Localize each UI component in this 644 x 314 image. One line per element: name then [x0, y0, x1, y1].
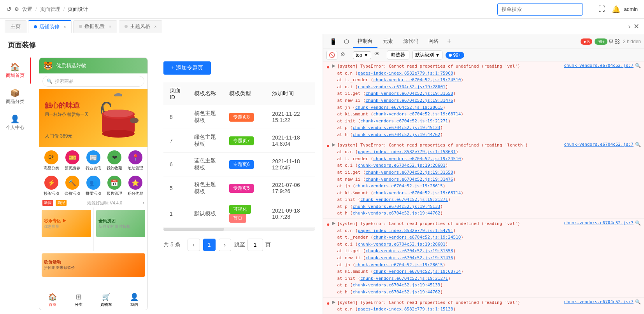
tab-theme[interactable]: 主题风格 × [119, 20, 162, 33]
devtools-circle-btn[interactable]: ⊘ [340, 51, 350, 59]
tab-store-close[interactable]: × [63, 24, 66, 29]
grid-item-group[interactable]: 全民拼团 新鲜食材 限时折扣 [94, 208, 148, 251]
tab-theme-close[interactable]: × [154, 24, 156, 29]
jump-input[interactable] [247, 239, 263, 251]
devtools-tab-sources[interactable]: 源代码 [398, 35, 423, 48]
devtools-inspect-icon[interactable]: ⬡ [341, 37, 352, 47]
console-file-link[interactable]: chunk-vendors.e6704c52.js:7 [564, 63, 633, 68]
tab-store[interactable]: 店铺装修 × [28, 20, 72, 33]
phone-search-bar[interactable]: 🔍 搜索商品 [42, 76, 144, 87]
console-stack-link[interactable]: chunk-vendors.e6704c52.js:19:28615 [355, 183, 443, 188]
add-topic-page-button[interactable]: + 添加专题页 [163, 61, 211, 75]
fullscreen-icon[interactable]: ⛶ [598, 5, 605, 13]
console-stack-link[interactable]: chunk-vendors.e6704c52.js:19:24510 [373, 77, 461, 82]
devtools-tab-console[interactable]: 控制台 [353, 35, 377, 48]
news-arrow[interactable]: › [143, 201, 144, 205]
tabs-more-btn[interactable]: › [628, 23, 630, 30]
devtools-eye-btn[interactable]: 👁 [374, 51, 384, 59]
console-stack-link[interactable]: chunk-vendors.e6704c52.js:19:31476 [365, 255, 453, 260]
act-flash[interactable]: ⚡ 秒杀活动 [44, 176, 59, 196]
icon-coupon[interactable]: 🎫 领优惠券 [65, 150, 80, 171]
page-prev-btn[interactable]: ‹ [188, 239, 200, 251]
icon-fav[interactable]: ❤ 我的收藏 [107, 150, 122, 171]
devtools-filter-btn[interactable]: 筛选器 [387, 51, 409, 59]
console-stack-link[interactable]: chunk-vendors.e6704c52.js:19:31558 [365, 248, 453, 253]
console-stack-link[interactable]: chunk-vendors.e6704c52.js:19:68714 [373, 190, 461, 195]
console-stack-link[interactable]: chunk-vendors.e6704c52.js:19:45133 [353, 204, 440, 209]
act-group[interactable]: 👥 拼团活动 [86, 176, 101, 196]
console-magnify-icon[interactable]: 🔍 [635, 63, 641, 68]
console-file-link[interactable]: chunk-vendors.e6704c52.js:7 [564, 299, 633, 304]
console-stack-link[interactable]: chunk-vendors.e6704c52.js:19:68714 [373, 112, 461, 117]
console-magnify-icon[interactable]: 🔍 [635, 142, 641, 147]
console-stack-link[interactable]: chunk-vendors.e6704c52.js:19:28601 [358, 163, 445, 168]
console-stack-link[interactable]: chunk-vendors.e6704c52.js:19:68714 [373, 269, 461, 274]
bottom-nav-home[interactable]: 🏠 首页 [48, 293, 57, 307]
icon-news[interactable]: 📰 行业资讯 [86, 150, 101, 171]
tab-data-close[interactable]: × [109, 24, 111, 29]
console-stack-link[interactable]: pages-index-index.8582e779.js:1:75968 [358, 71, 453, 76]
devtools-tab-elements[interactable]: 元素 [378, 35, 398, 48]
sidebar-item-category[interactable]: 📦 商品分类 [0, 84, 31, 110]
console-stack-link[interactable]: chunk-vendors.e6704c52.js:19:44762 [353, 290, 440, 295]
devtools-network-icon[interactable]: ⛓ [614, 38, 620, 45]
act-presale[interactable]: 📅 预售管理 [107, 176, 122, 196]
console-stack-link[interactable]: chunk-vendors.e6704c52.js:19:28615 [355, 262, 443, 267]
console-file-link[interactable]: chunk-vendors.e6704c52.js:7 [564, 220, 633, 225]
breadcrumb-settings[interactable]: 设置 [22, 6, 32, 13]
sidebar-item-user[interactable]: 👤 个人中心 [0, 110, 31, 136]
bottom-nav-cart[interactable]: 🛒 购物车 [100, 293, 112, 307]
console-stack-link[interactable]: chunk-vendors.e6704c52.js:19:21271 [360, 197, 448, 202]
console-stack-link[interactable]: chunk-vendors.e6704c52.js:19:44762 [353, 211, 440, 216]
console-arrow[interactable]: ▶ [332, 299, 335, 305]
console-stack-link[interactable]: chunk-vendors.e6704c52.js:19:28615 [355, 105, 443, 110]
search-input[interactable] [497, 3, 583, 16]
console-stack-link[interactable]: chunk-vendors.e6704c52.js:19:31476 [365, 98, 453, 103]
console-arrow[interactable]: ▶ [332, 220, 335, 226]
bell-icon[interactable]: 🔔 [612, 5, 620, 14]
grid-item-bargain[interactable]: 砍价活动 拼团朋友来帮砍价 [39, 251, 147, 290]
console-stack-link[interactable]: pages-index-index.8582e779.js:1:15138 [358, 307, 453, 312]
console-stack-link[interactable]: chunk-vendors.e6704c52.js:19:44762 [353, 132, 440, 137]
console-stack-link[interactable]: chunk-vendors.e6704c52.js:19:21271 [360, 276, 448, 281]
console-arrow[interactable]: ▶ [332, 63, 335, 68]
grid-item-flash[interactable]: 秒杀专区 ▶ 优惠多多 [39, 208, 93, 251]
tab-data[interactable]: 数据配置 × [73, 20, 117, 33]
tabs-close-all[interactable]: ✕ [633, 22, 639, 31]
console-file-link[interactable]: chunk-vendors.e6704c52.js:7 [564, 142, 633, 147]
bottom-nav-profile[interactable]: 👤 我的 [130, 293, 139, 307]
console-stack-link[interactable]: chunk-vendors.e6704c52.js:19:24510 [373, 156, 461, 161]
breadcrumb-page-mgmt[interactable]: 页面管理 [40, 6, 60, 13]
console-stack-link[interactable]: chunk-vendors.e6704c52.js:19:31476 [365, 177, 453, 182]
devtools-mobile-icon[interactable]: 📱 [326, 37, 340, 47]
console-stack-link[interactable]: pages-index-index.8582e779.js:1:158631 [358, 149, 456, 154]
act-bargain[interactable]: 🔨 砍价活动 [65, 176, 80, 196]
console-stack-link[interactable]: chunk-vendors.e6704c52.js:19:45133 [353, 125, 440, 130]
page-next-btn[interactable]: › [219, 239, 231, 251]
console-stack-link[interactable]: pages-index-index.8582e779.js:1:54791 [358, 228, 453, 233]
console-magnify-icon[interactable]: 🔍 [635, 220, 641, 226]
icon-address[interactable]: 📍 地址管理 [128, 150, 143, 171]
topbar-user[interactable]: admin [624, 6, 638, 12]
console-stack-link[interactable]: chunk-vendors.e6704c52.js:19:28601 [358, 84, 445, 89]
console-stack-link[interactable]: chunk-vendors.e6704c52.js:19:28601 [358, 242, 445, 247]
console-stack-link[interactable]: chunk-vendors.e6704c52.js:19:45133 [353, 283, 440, 288]
devtools-level-select[interactable]: top ▼ [353, 51, 371, 59]
page-1-btn[interactable]: 1 [203, 239, 216, 251]
act-points[interactable]: ⭐ 积分奖励 [128, 176, 143, 196]
sidebar-item-mall[interactable]: 🏠 商城首页 [0, 58, 31, 84]
devtools-default-level[interactable]: 默认级别 ▼ [412, 51, 443, 59]
devtools-toggle-btn[interactable]: 🚫 [326, 51, 337, 59]
bottom-nav-category[interactable]: ⊞ 分类 [75, 293, 82, 307]
table-scrollbar[interactable] [163, 228, 315, 231]
console-arrow[interactable]: ▶ [332, 142, 335, 147]
console-stack-link[interactable]: chunk-vendors.e6704c52.js:19:21271 [360, 119, 448, 124]
devtools-add-tab-btn[interactable]: + [444, 36, 454, 47]
console-stack-link[interactable]: chunk-vendors.e6704c52.js:19:31558 [365, 170, 453, 175]
devtools-gear-icon[interactable]: ⚙ [608, 38, 614, 45]
tab-home[interactable]: 主页 [5, 20, 26, 33]
console-stack-link[interactable]: chunk-vendors.e6704c52.js:19:24510 [373, 235, 461, 240]
console-magnify-icon[interactable]: 🔍 [635, 299, 641, 305]
refresh-icon[interactable]: ↺ [6, 5, 11, 13]
console-stack-link[interactable]: chunk-vendors.e6704c52.js:19:31558 [365, 91, 453, 96]
